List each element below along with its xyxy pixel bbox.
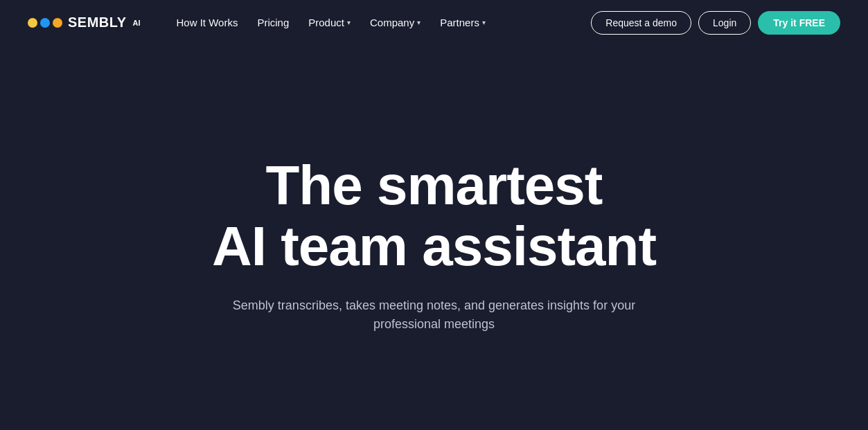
logo-dot-orange [53, 18, 62, 28]
chevron-down-icon: ▾ [482, 19, 486, 26]
logo-dot-yellow [28, 18, 37, 28]
logo-dot-blue [40, 18, 50, 28]
nav-partners[interactable]: Partners ▾ [432, 11, 494, 34]
nav-links: How It Works Pricing Product ▾ Company ▾… [168, 11, 592, 34]
nav-product[interactable]: Product ▾ [300, 11, 359, 34]
hero-title-line2: AI team assistant [212, 215, 656, 277]
nav-how-it-works[interactable]: How It Works [168, 11, 247, 34]
nav-company[interactable]: Company ▾ [362, 11, 429, 34]
hero-section: The smartest AI team assistant Sembly tr… [0, 45, 868, 430]
logo-brand-name: SEMBLY [68, 15, 127, 30]
nav-product-label: Product [308, 17, 344, 28]
chevron-down-icon: ▾ [347, 19, 351, 26]
request-demo-button[interactable]: Request a demo [591, 11, 691, 35]
logo-ai-label: AI [133, 19, 141, 27]
chevron-down-icon: ▾ [417, 19, 420, 26]
nav-company-label: Company [370, 17, 414, 28]
login-button[interactable]: Login [698, 11, 751, 35]
nav-pricing[interactable]: Pricing [249, 11, 297, 34]
hero-title: The smartest AI team assistant [212, 155, 656, 277]
nav-actions: Request a demo Login Try it FREE [591, 11, 840, 35]
nav-how-it-works-label: How It Works [177, 17, 238, 28]
nav-pricing-label: Pricing [257, 17, 289, 28]
nav-partners-label: Partners [440, 17, 479, 28]
navbar: SEMBLYAI How It Works Pricing Product ▾ … [0, 0, 868, 45]
logo-dots [28, 18, 62, 28]
hero-subtitle: Sembly transcribes, takes meeting notes,… [199, 296, 670, 334]
try-free-button[interactable]: Try it FREE [758, 11, 840, 35]
hero-title-line1: The smartest [266, 154, 603, 216]
logo[interactable]: SEMBLYAI [28, 15, 141, 30]
